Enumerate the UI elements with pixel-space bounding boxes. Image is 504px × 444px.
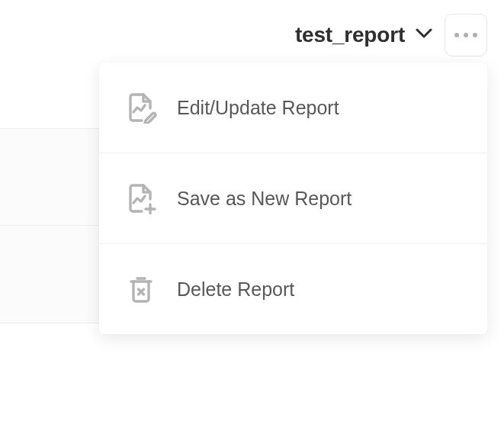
menu-item-edit-report[interactable]: Edit/Update Report xyxy=(99,63,487,153)
edit-report-icon xyxy=(125,92,157,124)
save-as-new-report-icon xyxy=(125,182,157,214)
list-row xyxy=(0,128,99,226)
report-title-dropdown[interactable]: test_report xyxy=(295,23,432,47)
more-actions-button[interactable] xyxy=(445,14,487,56)
menu-item-label: Delete Report xyxy=(177,278,294,301)
list-row xyxy=(0,226,99,323)
menu-item-label: Edit/Update Report xyxy=(177,97,339,119)
report-actions-menu: Edit/Update Report Save as New Report xyxy=(99,63,487,334)
report-header: test_report xyxy=(0,14,504,56)
menu-item-save-as-new-report[interactable]: Save as New Report xyxy=(99,153,487,244)
background-list-rows xyxy=(0,128,99,323)
menu-item-delete-report[interactable]: Delete Report xyxy=(99,244,487,334)
chevron-down-icon xyxy=(416,28,432,42)
report-title: test_report xyxy=(295,23,405,47)
delete-report-icon xyxy=(125,273,157,305)
ellipsis-icon xyxy=(454,33,459,37)
ellipsis-icon xyxy=(464,33,468,37)
menu-item-label: Save as New Report xyxy=(177,188,352,210)
ellipsis-icon xyxy=(473,33,477,37)
